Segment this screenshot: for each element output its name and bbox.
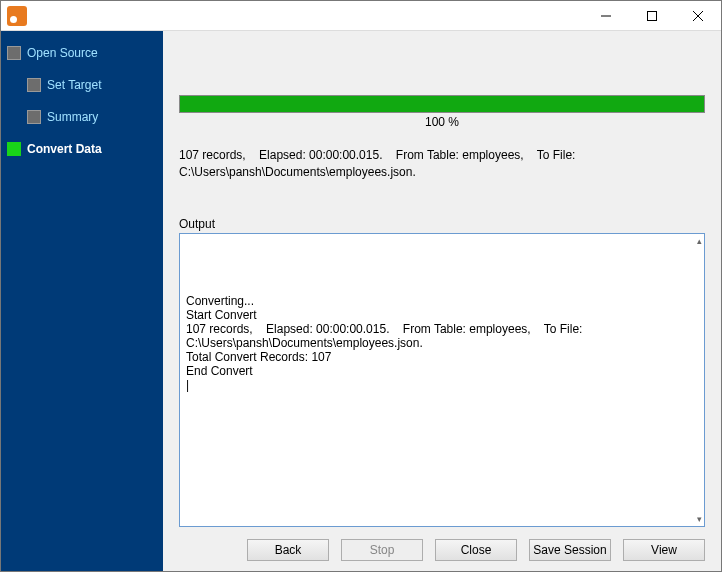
text-caret xyxy=(186,378,698,392)
step-marker-icon xyxy=(27,110,41,124)
output-line: Start Convert xyxy=(186,308,698,322)
button-row: Back Stop Close Save Session View xyxy=(179,539,705,561)
progress-section: 100 % xyxy=(179,95,705,129)
main-panel: 100 % 107 records, Elapsed: 00:00:00.015… xyxy=(163,31,721,571)
titlebar xyxy=(1,1,721,31)
step-marker-icon xyxy=(27,78,41,92)
status-text: 107 records, Elapsed: 00:00:00.015. From… xyxy=(179,147,705,195)
close-window-button[interactable] xyxy=(675,1,721,31)
output-label: Output xyxy=(179,217,705,231)
sidebar-item-label: Set Target xyxy=(47,78,101,92)
sidebar-item-convert-data[interactable]: Convert Data xyxy=(1,137,163,161)
sidebar-item-label: Convert Data xyxy=(27,142,102,156)
sidebar-item-open-source[interactable]: Open Source xyxy=(1,41,163,65)
svg-rect-1 xyxy=(648,11,657,20)
maximize-button[interactable] xyxy=(629,1,675,31)
step-marker-icon xyxy=(7,46,21,60)
back-button[interactable]: Back xyxy=(247,539,329,561)
progress-bar xyxy=(179,95,705,113)
output-line: 107 records, Elapsed: 00:00:00.015. From… xyxy=(186,322,698,350)
sidebar-item-label: Summary xyxy=(47,110,98,124)
progress-fill xyxy=(180,96,704,112)
close-icon xyxy=(693,11,703,21)
app-icon xyxy=(7,6,27,26)
stop-button: Stop xyxy=(341,539,423,561)
view-button[interactable]: View xyxy=(623,539,705,561)
close-button[interactable]: Close xyxy=(435,539,517,561)
sidebar-item-summary[interactable]: Summary xyxy=(1,105,163,129)
output-line: Converting... xyxy=(186,294,698,308)
sidebar-item-set-target[interactable]: Set Target xyxy=(1,73,163,97)
minimize-button[interactable] xyxy=(583,1,629,31)
scroll-down-icon[interactable]: ▾ xyxy=(697,514,702,524)
output-line: End Convert xyxy=(186,364,698,378)
maximize-icon xyxy=(647,11,657,21)
minimize-icon xyxy=(601,11,611,21)
save-session-button[interactable]: Save Session xyxy=(529,539,611,561)
output-line: Total Convert Records: 107 xyxy=(186,350,698,364)
sidebar: Open Source Set Target Summary Convert D… xyxy=(1,31,163,571)
output-textarea[interactable]: ▴ ▾ Converting...Start Convert107 record… xyxy=(179,233,705,527)
scroll-up-icon[interactable]: ▴ xyxy=(697,236,702,246)
step-marker-icon xyxy=(7,142,21,156)
sidebar-item-label: Open Source xyxy=(27,46,98,60)
progress-label: 100 % xyxy=(179,115,705,129)
app-window: Open Source Set Target Summary Convert D… xyxy=(0,0,722,572)
body: Open Source Set Target Summary Convert D… xyxy=(1,31,721,571)
